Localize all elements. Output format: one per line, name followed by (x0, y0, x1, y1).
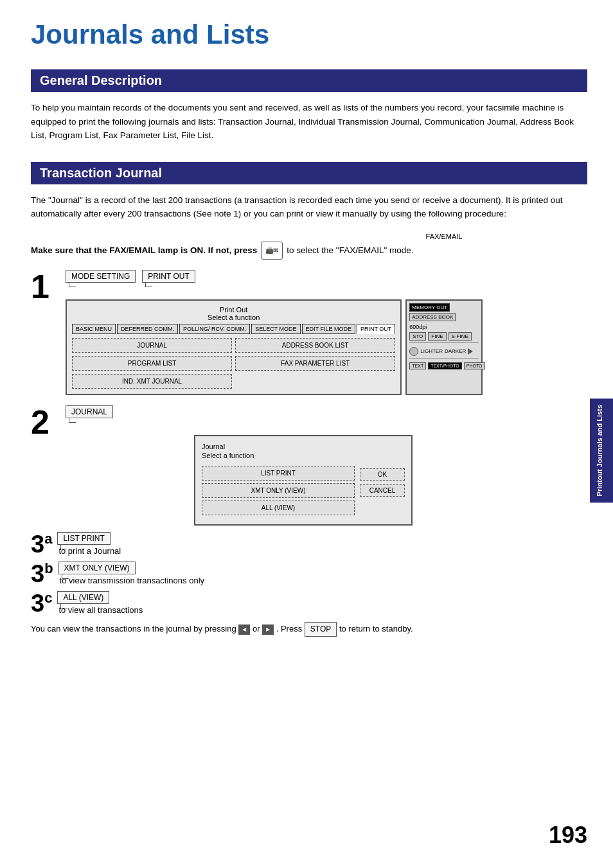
journal-menu: LIST PRINT XMT ONLY (VIEW) ALL (VIEW) OK… (202, 466, 405, 518)
step-3c-content: ALL (VIEW) to view all transactions (57, 591, 143, 615)
tab-polling[interactable]: POLLING/ RCV. COMM. (179, 324, 250, 334)
mode-setting-button[interactable]: MODE SETTING (66, 270, 136, 283)
step-3b-btn-row: XMT ONLY (VIEW) (58, 562, 204, 574)
menu-ind-xmt-journal[interactable]: IND. XMT JOURNAL (72, 374, 232, 389)
tab-deferred[interactable]: DEFERRED COMM. (117, 324, 178, 334)
text-mode-row: TEXT TEXT/PHOTO PHOTO (409, 362, 479, 369)
step-3c-description: to view all transactions (58, 605, 143, 615)
step-1-right-panel: MEMORY OUT ADDRESS BOOK 600dpi STD FINE … (405, 299, 483, 395)
res-sfine[interactable]: S-FINE (449, 332, 472, 341)
res-std[interactable]: STD (409, 332, 426, 341)
nav-arrow-right: ► (262, 624, 274, 635)
step-3b-row: 3b XMT ONLY (VIEW) to view transmission … (31, 562, 587, 586)
screen-tabs: BASIC MENU DEFERRED COMM. POLLING/ RCV. … (72, 324, 395, 334)
journal-menu-items: LIST PRINT XMT ONLY (VIEW) ALL (VIEW) (202, 466, 355, 518)
note-final: to return to standby. (339, 624, 413, 633)
transaction-journal-body: The "Journal" is a record of the last 20… (31, 193, 583, 221)
transaction-journal-section: Transaction Journal The "Journal" is a r… (31, 162, 587, 637)
lighter-label: LIGHTER (420, 348, 443, 354)
journal-screen: Journal Select a function LIST PRINT XMT… (194, 435, 413, 526)
step-3c-row: 3c ALL (VIEW) to view all transactions (31, 591, 587, 616)
darker-arrow[interactable] (468, 348, 473, 355)
journal-side-buttons: OK CANCEL (360, 468, 405, 518)
step-3b-letter: b (44, 560, 53, 576)
menu-journal[interactable]: JOURNAL (72, 338, 232, 353)
page-container: Journals and Lists General Description T… (0, 0, 613, 868)
lighter-button[interactable] (409, 347, 418, 356)
general-description-body: To help you maintain records of the docu… (31, 101, 583, 143)
page-title: Journals and Lists (31, 19, 587, 50)
menu-program-list[interactable]: PROGRAM LIST (72, 356, 232, 371)
res-fine[interactable]: FINE (428, 332, 446, 341)
mode-photo[interactable]: PHOTO (464, 362, 485, 369)
step-3a-row: 3a LIST PRINT to print a Journal (31, 532, 587, 556)
xmt-only-view-btn[interactable]: XMT ONLY (VIEW) (202, 483, 355, 498)
cancel-button[interactable]: CANCEL (360, 484, 405, 497)
fax-instruction-text: Make sure that the FAX/EMAIL lamp is ON.… (31, 245, 257, 255)
step-3b-number: 3b (31, 562, 53, 586)
darker-label: DARKER (445, 348, 466, 354)
right-panel-top: MEMORY OUT ADDRESS BOOK (409, 303, 479, 321)
transaction-journal-header: Transaction Journal (31, 162, 587, 184)
general-description-section: General Description To help you maintain… (31, 69, 587, 143)
step-2-screen: Journal Select a function LIST PRINT XMT… (194, 435, 413, 526)
step-1-number: 1 (31, 270, 57, 303)
tab-select-mode[interactable]: SELECT MODE (251, 324, 300, 334)
nav-arrow-left: ◄ (238, 624, 250, 635)
step-3a-content: LIST PRINT to print a Journal (57, 532, 121, 556)
note-or: or (253, 624, 262, 633)
journal-screen-sub: Select a function (202, 452, 405, 459)
step-1-container: 1 MODE SETTING PRINT OUT Print OutSelect… (31, 270, 587, 395)
all-view-substep-button[interactable]: ALL (VIEW) (57, 591, 109, 604)
resolution-options-row: STD FINE S-FINE (409, 332, 479, 341)
step-3b-description: to view transmission transactinons only (60, 576, 204, 585)
step-1-screen-main: Print OutSelect a function BASIC MENU DE… (66, 299, 402, 395)
note-mid: . Press (276, 624, 302, 633)
step-3a-description: to print a Journal (58, 546, 121, 556)
all-view-btn[interactable]: ALL (VIEW) (202, 500, 355, 515)
step-1-content: MODE SETTING PRINT OUT Print OutSelect a… (66, 270, 483, 395)
note-text: You can view the transactions in the jou… (31, 622, 558, 637)
fax-email-line: FAX/EMAIL Make sure that the FAX/EMAIL l… (31, 233, 587, 260)
menu-address-book-list[interactable]: ADDRESS BOOK LIST (235, 338, 395, 353)
step-2-number: 2 (31, 405, 57, 439)
tab-print-out[interactable]: PRINT OUT (357, 324, 395, 334)
address-book-indicator: ADDRESS BOOK (409, 313, 456, 321)
journal-screen-title: Journal (202, 443, 405, 450)
print-out-button[interactable]: PRINT OUT (142, 270, 195, 283)
stop-button[interactable]: STOP (305, 622, 337, 637)
step-1-buttons: MODE SETTING PRINT OUT (66, 270, 483, 283)
step-2-container: 2 JOURNAL Journal Select a function LIST… (31, 405, 587, 526)
step-3a-number: 3a (31, 532, 52, 556)
divider2 (409, 358, 479, 360)
divider (409, 342, 479, 345)
step-3c-number: 3c (31, 591, 52, 616)
fax-email-button-icon[interactable]: 📠✉ (261, 242, 283, 260)
menu-fax-param-list[interactable]: FAX PARAMETER LIST (235, 356, 395, 371)
step-2-content: JOURNAL Journal Select a function LIST P… (66, 405, 413, 526)
fax-instruction-end: to select the "FAX/EMAIL" mode. (287, 245, 413, 255)
step-3a-btn-row: LIST PRINT (57, 532, 121, 545)
list-print-substep-button[interactable]: LIST PRINT (57, 532, 110, 545)
lighter-darker-row: LIGHTER DARKER (409, 347, 479, 356)
step-3a-letter: a (44, 531, 52, 547)
note-start: You can view the transactions in the jou… (31, 624, 236, 633)
memory-out-indicator: MEMORY OUT (409, 303, 450, 312)
screen-title: Print OutSelect a function (72, 306, 395, 321)
step-3b-content: XMT ONLY (VIEW) to view transmission tra… (58, 562, 204, 585)
general-description-header: General Description (31, 69, 587, 92)
mode-text[interactable]: TEXT (409, 362, 426, 369)
step-3c-btn-row: ALL (VIEW) (57, 591, 143, 604)
xmt-only-view-substep-button[interactable]: XMT ONLY (VIEW) (58, 562, 136, 574)
tab-basic-menu[interactable]: BASIC MENU (72, 324, 116, 334)
side-tab: Printout Journals and Lists (590, 398, 613, 502)
mode-text-photo[interactable]: TEXT/PHOTO (428, 362, 462, 369)
journal-button[interactable]: JOURNAL (66, 405, 113, 418)
ok-button[interactable]: OK (360, 468, 405, 481)
tab-edit-file[interactable]: EDIT FILE MODE (302, 324, 355, 334)
page-number: 193 (549, 822, 587, 849)
list-print-btn[interactable]: LIST PRINT (202, 466, 355, 481)
step-2-buttons: JOURNAL (66, 405, 413, 418)
step-1-screen: Print OutSelect a function BASIC MENU DE… (66, 299, 483, 395)
resolution-display: 600dpi (409, 324, 479, 330)
